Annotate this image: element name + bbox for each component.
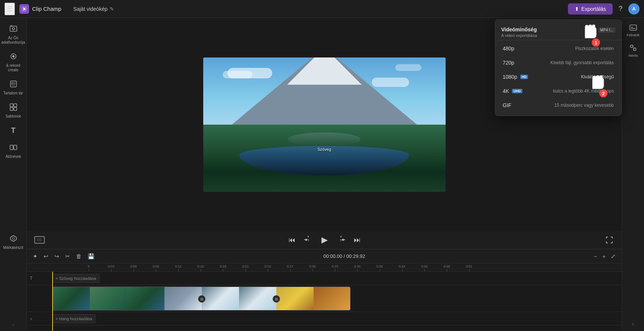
quality-option-4k-left: 4K UHD (503, 88, 522, 94)
zoom-out-button[interactable]: − (592, 252, 599, 260)
clip-segment-4: ⊠ (164, 287, 202, 310)
export-upload-icon: ⬆ (575, 6, 579, 12)
svg-marker-22 (342, 238, 343, 241)
sidebar-item-brand[interactable]: Márkakészít (1, 231, 25, 253)
sidebar-item-transitions[interactable]: Átűnések (1, 140, 25, 162)
svg-rect-17 (14, 145, 17, 150)
transitions-icon (9, 143, 18, 153)
right-panel-transform[interactable]: Átérés (623, 41, 644, 60)
playhead[interactable] (52, 272, 53, 331)
templates-icon (9, 103, 18, 113)
export-button[interactable]: ⬆ Exportálás (568, 3, 613, 15)
sidebar-item-media-label: Az Ón adathordozója (1, 36, 25, 45)
audio-track-content: + Hang hozzáadása (52, 312, 622, 325)
audio-track-icon: ♪ (30, 316, 32, 321)
quality-option-4k[interactable]: 4K UHD kulcs a legtöbb 4K média sops (497, 84, 620, 98)
svg-rect-27 (631, 45, 633, 47)
timeline-time-display: 00:00.00 / 00:29.92 (323, 253, 365, 259)
video-controls: CC ⏮ 5 ▶ 5 (27, 231, 622, 249)
sidebar-item-content-label: Tartalom tár (3, 91, 23, 96)
edit-project-icon[interactable]: ✎ (110, 6, 114, 12)
clip-segment-6: ⊠ (239, 287, 276, 310)
audio-track-label: ♪ (27, 316, 52, 321)
quality-desc-4k: kulcs a legtöbb 4K média sops (553, 88, 614, 94)
clip-thumb-4 (164, 287, 202, 310)
quality-option-480p-left: 480p (503, 46, 514, 51)
dropdown-header: Videóminőség MP4 f... A videó exportálás… (495, 23, 621, 40)
ruler-mark-17: 0:51 (458, 265, 480, 271)
svg-rect-7 (10, 81, 16, 87)
snow-layer (287, 57, 362, 85)
right-panel-captions[interactable]: Feliratok (623, 22, 644, 40)
add-text-button[interactable]: + Szöveg hozzáadása (52, 274, 100, 283)
text-track: T + Szöveg hozzáadása (27, 272, 622, 285)
quality-option-1080p[interactable]: 1080p HD Kiváló minőségű (497, 70, 620, 84)
tl-undo-button[interactable]: ↩ (42, 252, 50, 260)
ruler-mark-12: 0:36 (346, 265, 368, 271)
text-icon: T (11, 126, 15, 135)
dropdown-header-row: Videóminőség MP4 f... (501, 26, 615, 33)
captions-icon (629, 25, 637, 32)
tl-redo-button[interactable]: ↪ (53, 252, 61, 260)
content-icon (9, 80, 18, 90)
sidebar-item-media[interactable]: Az Ón adathordozója (1, 22, 25, 48)
svg-rect-2 (10, 26, 17, 31)
svg-point-19 (12, 237, 15, 240)
sidebar-item-record[interactable]: & rekord create (1, 49, 25, 75)
ruler-mark-11: 0:33 (324, 265, 346, 271)
quality-name-480p: 480p (503, 46, 514, 51)
skip-back-button[interactable]: ⏮ (287, 235, 297, 246)
sidebar-item-record-label: & rekord create (3, 63, 24, 72)
controls-center: ⏮ 5 ▶ 5 ⏭ (287, 234, 362, 246)
play-button[interactable]: ▶ (320, 234, 329, 246)
controls-left: CC (34, 236, 45, 244)
quality-option-480p[interactable]: 480p Piszkozatok esetén (497, 42, 620, 55)
cc-icon: CC (34, 236, 45, 244)
video-scene: Szöveg (203, 57, 446, 192)
project-name-area: Saját videókép ✎ (73, 6, 114, 12)
svg-rect-24 (630, 25, 637, 30)
tl-save-button[interactable]: 💾 (86, 252, 96, 260)
quality-name-720p: 720p (503, 60, 514, 66)
ruler-mark-16: 0:48 (436, 265, 458, 271)
video-clip[interactable]: ⊠ ⊠ (52, 287, 351, 310)
tl-delete-button[interactable]: 🗑 (75, 252, 83, 260)
quality-badge-uhd: UHD (512, 89, 522, 93)
sidebar-item-templates[interactable]: Sablonok (1, 100, 25, 122)
hamburger-button[interactable]: ☰ (4, 3, 15, 15)
quality-desc-1080p: Kiváló minőségű (581, 74, 614, 79)
sidebar-expand-button[interactable]: › (13, 322, 14, 327)
panel-collapse-button[interactable]: › (632, 321, 634, 327)
app-name: Clip Champ (32, 6, 61, 12)
video-track-content[interactable]: ⊠ ⊠ (52, 285, 622, 312)
forward-5-button[interactable]: 5 (335, 234, 346, 246)
text-track-icon: T (30, 276, 32, 281)
avatar[interactable]: A (628, 3, 640, 15)
timeline-ruler: 0 0:03 0:06 0:09 (27, 263, 622, 272)
rewind-5-button[interactable]: 5 (303, 234, 314, 246)
audio-track: ♪ + Hang hozzáadása (27, 312, 622, 325)
tl-magnet-button[interactable]: ✦ (31, 252, 39, 260)
zoom-in-button[interactable]: + (601, 252, 607, 260)
quality-option-gif[interactable]: GIF 15 másodperc vagy kevesebb (497, 99, 620, 112)
tl-cut-button[interactable]: ✂ (64, 252, 72, 260)
fullscreen-button[interactable] (604, 235, 614, 245)
video-text-overlay: Szöveg (317, 147, 331, 152)
clip-thumb-6 (239, 287, 276, 310)
split-icon-2: ⊠ (273, 295, 280, 303)
quality-desc-720p: Kisebb fájl, gyorsabb exportálás (550, 60, 614, 65)
sidebar-item-content[interactable]: Tartalom tár (1, 77, 25, 99)
svg-point-3 (12, 28, 15, 30)
sidebar-item-transitions-label: Átűnések (6, 154, 21, 159)
help-button[interactable]: ? (616, 3, 625, 14)
quality-option-720p[interactable]: 720p Kisebb fájl, gyorsabb exportálás (497, 56, 620, 69)
zoom-controls: − + ⤢ (592, 252, 617, 260)
add-audio-button[interactable]: + Hang hozzáadása (52, 314, 95, 323)
video-frame: Szöveg (203, 57, 446, 192)
skip-forward-button[interactable]: ⏭ (352, 235, 362, 246)
ruler-mark-14: 0:42 (391, 265, 413, 271)
fit-button[interactable]: ⤢ (609, 252, 617, 260)
quality-option-720p-left: 720p (503, 60, 514, 66)
sidebar-item-text[interactable]: T (1, 123, 25, 139)
quality-option-1080p-left: 1080p HD (503, 74, 528, 80)
